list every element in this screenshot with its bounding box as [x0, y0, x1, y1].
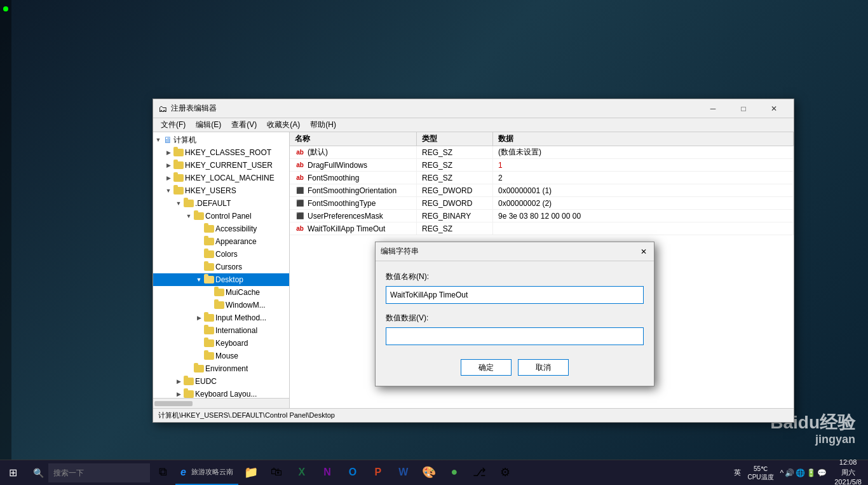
git-icon: ⎇ [473, 465, 486, 479]
table-row[interactable]: ab WaitToKillApp TimeOut REG_SZ [290, 222, 794, 235]
tree-node-muicache[interactable]: ▶ MuiCache [153, 286, 289, 299]
reg-icon-0: ab [295, 149, 305, 156]
taskbar-app-excel[interactable]: X [289, 461, 315, 485]
taskbar-app-word[interactable]: W [391, 461, 416, 485]
dialog-name-input[interactable] [386, 286, 644, 304]
taskbar-search[interactable]: 🔍 [28, 463, 150, 483]
dialog-ok-button[interactable]: 确定 [461, 359, 512, 376]
taskbar-app-explorer[interactable]: 📁 [238, 461, 264, 485]
tree-label-environment: Environment [205, 364, 248, 373]
table-row[interactable]: ab FontSmoothing REG_SZ 2 [290, 172, 794, 184]
dialog-cancel-button[interactable]: 取消 [518, 359, 569, 376]
tree-node-desktop[interactable]: ▼ Desktop [153, 273, 289, 286]
tree-node-hku[interactable]: ▼ HKEY_USERS [153, 184, 289, 197]
table-row[interactable]: ⬛ FontSmoothingOrientation REG_DWORD 0x0… [290, 184, 794, 197]
taskbar-app-onenote[interactable]: N [315, 461, 340, 485]
tree-node-international[interactable]: ▶ International [153, 324, 289, 337]
tree-arrow-muicache: ▶ [204, 286, 214, 299]
tree-node-mouse[interactable]: ▶ Mouse [153, 350, 289, 362]
folder-icon-appearance [204, 238, 214, 245]
maximize-button[interactable]: □ [729, 99, 758, 118]
taskbar-app-ie[interactable]: e 旅游攻略云南 [175, 461, 238, 485]
menu-view[interactable]: 查看(V) [226, 118, 262, 132]
tree-label-accessibility: Accessibility [215, 224, 257, 233]
tray-arrow-icon: ^ [780, 468, 784, 477]
tree-node-colors[interactable]: ▶ Colors [153, 248, 289, 261]
tree-node-keyboard[interactable]: ▶ Keyboard [153, 337, 289, 350]
status-bar: 计算机\HKEY_USERS\.DEFAULT\Control Panel\De… [153, 408, 794, 422]
tree-arrow-windowm: ▶ [204, 299, 214, 311]
tree-node-default[interactable]: ▼ .DEFAULT [153, 197, 289, 210]
dialog-buttons: 确定 取消 [386, 359, 644, 376]
taskbar-app-git[interactable]: ⎇ [467, 461, 492, 485]
dialog-close-button[interactable]: ✕ [639, 247, 649, 257]
menu-edit[interactable]: 编辑(E) [191, 118, 226, 132]
minimize-button[interactable]: ─ [698, 99, 728, 118]
reg-icon-5: ⬛ [295, 212, 305, 219]
folder-icon-cursors [204, 263, 214, 271]
cell-data-4: 0x00000002 (2) [493, 197, 794, 209]
tree-label-controlpanel: Control Panel [205, 212, 252, 221]
search-input[interactable] [48, 463, 150, 482]
folder-icon-controlpanel [194, 212, 204, 220]
cell-data-6 [493, 222, 794, 235]
folder-icon-hku [173, 187, 184, 195]
cell-name-2: ab FontSmoothing [290, 172, 417, 184]
tray-lang[interactable]: 英 [731, 467, 743, 479]
cell-type-0: REG_SZ [417, 146, 493, 158]
tree-node-appearance[interactable]: ▶ Appearance [153, 235, 289, 248]
tree-node-cursors[interactable]: ▶ Cursors [153, 261, 289, 273]
tree-node-windowm[interactable]: ▶ WindowM... [153, 299, 289, 311]
taskbar-app-store[interactable]: 🛍 [264, 461, 289, 485]
taskbar-app-outlook[interactable]: O [340, 461, 365, 485]
tree-node-inputmethod[interactable]: ▶ Input Method... [153, 311, 289, 324]
tree-node-hkcr[interactable]: ▶ HKEY_CLASSES_ROOT [153, 146, 289, 159]
computer-icon: 🖥 [163, 135, 172, 145]
folder-icon-desktop [204, 276, 214, 283]
tree-node-computer[interactable]: ▼ 🖥 计算机 [153, 133, 289, 146]
cell-name-0: ab (默认) [290, 146, 417, 158]
tree-panel[interactable]: ▼ 🖥 计算机 ▶ HKEY_CLASSES_ROOT ▶ [153, 132, 290, 408]
tree-arrow-cursors: ▶ [194, 261, 204, 273]
tree-node-accessibility[interactable]: ▶ Accessibility [153, 222, 289, 235]
dialog-data-input[interactable] [386, 327, 644, 345]
regedit-icon: 🗂 [158, 104, 167, 114]
tray-time[interactable]: 12:08 周六 2021/5/8 [831, 456, 865, 485]
reg-icon-1: ab [295, 161, 305, 168]
desktop: Baidu经验 jingyan 🗂 注册表编辑器 ─ □ ✕ 文件(F) 编辑(… [0, 0, 868, 485]
tray-icons[interactable]: ^ 🔊 🌐 🔋 💬 [778, 467, 830, 479]
taskbar-app-ppt[interactable]: P [365, 461, 391, 485]
start-button[interactable]: ⊞ [0, 460, 25, 486]
scrollbar-thumb[interactable] [154, 401, 193, 406]
tree-node-hklm[interactable]: ▶ HKEY_LOCAL_MACHINE [153, 172, 289, 184]
menu-file[interactable]: 文件(F) [156, 118, 191, 132]
dialog-name-label: 数值名称(N): [386, 271, 644, 282]
tree-node-environment[interactable]: ▶ Environment [153, 362, 289, 375]
table-row[interactable]: ⬛ UserPreferencesMask REG_BINARY 9e 3e 0… [290, 210, 794, 222]
taskbar-app-ball[interactable]: ● [442, 461, 467, 485]
tree-label-inputmethod: Input Method... [215, 313, 266, 322]
col-header-data: 数据 [493, 132, 794, 146]
table-row[interactable]: ab DragFullWindows REG_SZ 1 [290, 159, 794, 172]
window-controls: ─ □ ✕ [698, 99, 789, 118]
table-row[interactable]: ab (默认) REG_SZ (数值未设置) [290, 146, 794, 159]
menu-favorites[interactable]: 收藏夹(A) [262, 118, 305, 132]
settings-icon: ⚙ [500, 465, 510, 479]
close-button[interactable]: ✕ [759, 99, 789, 118]
tree-label-computer: 计算机 [173, 135, 196, 146]
taskbar-app-settings[interactable]: ⚙ [492, 461, 518, 485]
folder-icon-eudc [184, 378, 194, 385]
tree-node-eudc[interactable]: ▶ EUDC [153, 375, 289, 388]
taskbar-app-paint[interactable]: 🎨 [416, 461, 442, 485]
reg-icon-2: ab [295, 174, 305, 181]
menu-help[interactable]: 帮助(H) [305, 118, 341, 132]
tree-node-controlpanel[interactable]: ▼ Control Panel [153, 210, 289, 222]
taskview-button[interactable]: ⧉ [150, 461, 175, 485]
cell-type-5: REG_BINARY [417, 210, 493, 222]
folder-icon-colors [204, 250, 214, 258]
tree-node-hkcu[interactable]: ▶ HKEY_CURRENT_USER [153, 159, 289, 172]
table-row[interactable]: ⬛ FontSmoothingType REG_DWORD 0x00000002… [290, 197, 794, 210]
tree-scrollbar[interactable] [153, 398, 290, 408]
tray-temp[interactable]: 55℃ CPU温度 [745, 463, 776, 482]
cell-type-6: REG_SZ [417, 222, 493, 235]
